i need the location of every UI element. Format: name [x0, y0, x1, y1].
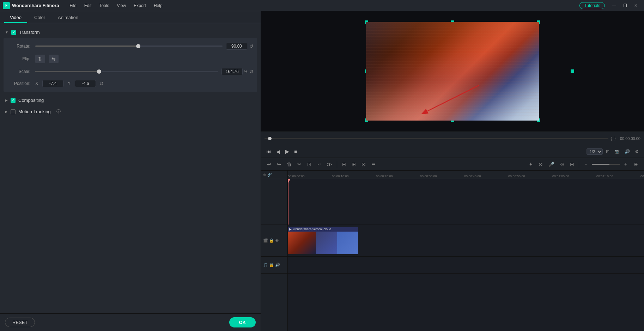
tab-color[interactable]: Color	[29, 13, 51, 23]
time-bracket-left: {	[610, 136, 612, 141]
timeline-area: ⊕ 🔗 00:00:00:00 00:00:10:00 00:00:20:00 …	[261, 171, 644, 331]
link-tracks-icon[interactable]: 🔗	[267, 173, 272, 177]
motion-tracking-arrow-icon: ▶	[5, 110, 8, 114]
ruler-mark-3: 00:00:30:00	[420, 174, 437, 178]
lock-icon[interactable]: 🔒	[269, 238, 274, 243]
motion-tracking-checkbox[interactable]	[11, 109, 16, 114]
scale-input[interactable]	[221, 68, 243, 75]
fit-screen-button[interactable]: ⊡	[604, 148, 611, 155]
audio-button[interactable]: 🔊	[623, 148, 632, 155]
pos-y-input[interactable]	[75, 80, 96, 87]
playhead[interactable]	[288, 179, 288, 225]
tutorials-button[interactable]: Tutorials	[579, 2, 605, 9]
zoom-minus[interactable]: －	[581, 160, 591, 169]
tracks-content: ▶ wondershare-vertical-cloud	[288, 179, 644, 331]
shield-button[interactable]: ⊙	[536, 160, 545, 168]
compositing-check-icon[interactable]: ✓	[11, 98, 16, 103]
bottom-buttons: RESET OK	[0, 313, 261, 331]
menu-edit[interactable]: Edit	[81, 2, 95, 10]
ruler-mark-8: 00:01:20:00	[640, 174, 644, 178]
win-minimize[interactable]: —	[608, 2, 620, 10]
undo-button[interactable]: ↩	[265, 160, 274, 168]
menu-file[interactable]: File	[66, 2, 80, 10]
redo-button[interactable]: ↪	[274, 160, 284, 168]
crop-button[interactable]: ⊡	[305, 160, 314, 168]
track-empty-area	[288, 179, 644, 225]
step-back-button[interactable]: ⏮	[265, 148, 273, 155]
tab-animation[interactable]: Animation	[52, 13, 84, 23]
zoom-plus[interactable]: ＋	[621, 160, 631, 169]
menu-help[interactable]: Help	[150, 2, 166, 10]
rotate-slider[interactable]	[35, 45, 223, 47]
zoom-level-slider[interactable]	[592, 164, 620, 165]
scale-reset-button[interactable]: ↺	[249, 69, 254, 74]
scrubber-thumb[interactable]	[268, 137, 272, 140]
audio-mute-icon[interactable]: 🔊	[275, 263, 280, 267]
tab-video[interactable]: Video	[4, 13, 27, 23]
effects-button[interactable]: ✦	[526, 160, 535, 168]
zoom-out-button[interactable]: ⊟	[339, 160, 348, 168]
transform-content: Rotate: ↺ Flip: ⇅ ⇆	[4, 38, 257, 92]
speed-button[interactable]: ≫	[324, 160, 335, 168]
video-clip[interactable]: ▶ wondershare-vertical-cloud	[288, 227, 358, 254]
mic-button[interactable]: 🎤	[546, 160, 557, 168]
play-prev-button[interactable]: ◀	[274, 148, 282, 155]
outer-handle-mr[interactable]	[571, 69, 574, 73]
track-label-spacer: ⊕ 🔗	[261, 171, 288, 179]
scale-slider[interactable]	[35, 71, 218, 72]
menu-view[interactable]: View	[113, 2, 129, 10]
track-label-empty	[261, 179, 287, 225]
rotate-toolbar-button[interactable]: ⤾	[315, 160, 324, 168]
cut-button[interactable]: ✂	[295, 160, 304, 168]
timeline-ruler-row: ⊕ 🔗 00:00:00:00 00:00:10:00 00:00:20:00 …	[261, 171, 644, 179]
transform-section-header[interactable]: ▼ ✓ Transform	[0, 27, 261, 38]
settings-button[interactable]: ⚙	[633, 148, 640, 155]
clip-thumb-3	[337, 232, 358, 254]
zoom-in-button[interactable]: ⊞	[349, 160, 358, 168]
compositing-arrow-icon: ▶	[5, 98, 8, 102]
menu-tools[interactable]: Tools	[96, 2, 113, 10]
track-label-audio: 🎵 🔒 🔊	[261, 257, 287, 274]
toolbar: ↩ ↪ 🗑 ✂ ⊡ ⤾ ≫ ⊟ ⊞ ⊠ ≣ ✦ ⊙ 🎤 ⊛ ⊟ －	[261, 158, 644, 171]
ruler-mark-1: 00:00:10:00	[332, 174, 349, 178]
audio-lock-icon[interactable]: 🔒	[269, 263, 274, 267]
rotate-input[interactable]	[226, 43, 247, 50]
delete-button[interactable]: 🗑	[284, 160, 294, 168]
logo-icon: F	[3, 2, 10, 9]
add-track-icon[interactable]: ⊕	[263, 173, 266, 177]
ruler-mark-4: 00:00:40:00	[464, 174, 481, 178]
fit-button[interactable]: ⊠	[359, 160, 368, 168]
transform-check-icon[interactable]: ✓	[11, 30, 16, 35]
compositing-title: Compositing	[18, 98, 44, 103]
captions-button[interactable]: ⊟	[567, 160, 577, 168]
audio-track-icons: 🎵 🔒 🔊	[263, 263, 280, 267]
flip-vertical-button[interactable]: ⇆	[49, 55, 59, 63]
win-maximize[interactable]: ❐	[620, 2, 631, 10]
motion-tracking-help-icon[interactable]: ⓘ	[56, 109, 61, 115]
flip-horizontal-button[interactable]: ⇅	[35, 55, 45, 63]
win-close[interactable]: ✕	[631, 2, 641, 10]
position-reset-button[interactable]: ↺	[99, 81, 104, 86]
playback-bar: { } 00:00:00:00	[261, 131, 644, 145]
pos-y-label: Y	[68, 81, 71, 86]
eye-icon[interactable]: 👁	[275, 239, 279, 243]
pos-x-input[interactable]	[42, 80, 63, 87]
right-panel: { } 00:00:00:00 ⏮ ◀ ▶ ■ 1/2 ⊡ 📷 🔊 ⚙ ↩ ↪ …	[261, 11, 644, 331]
time-display: 00:00:00:00	[620, 136, 640, 141]
add-track-button[interactable]: ⊕	[631, 160, 640, 168]
play-button[interactable]: ▶	[283, 147, 291, 155]
ok-button[interactable]: OK	[229, 317, 256, 327]
transform-title: Transform	[19, 30, 40, 35]
compositing-section-header[interactable]: ▶ ✓ Compositing	[0, 95, 261, 106]
motion-tracking-header[interactable]: ▶ Motion Tracking ⓘ	[0, 106, 261, 117]
stop-button[interactable]: ■	[292, 148, 299, 155]
quality-select[interactable]: 1/2	[587, 148, 603, 155]
reset-button[interactable]: RESET	[5, 318, 35, 327]
snapshot-button[interactable]: 📷	[613, 148, 621, 155]
overlay-button[interactable]: ⊛	[558, 160, 567, 168]
timeline-scrubber[interactable]	[265, 138, 608, 139]
menu-export[interactable]: Export	[130, 2, 150, 10]
ripple-button[interactable]: ≣	[369, 160, 378, 168]
rotate-reset-button[interactable]: ↺	[249, 43, 254, 49]
main-layout: Video Color Animation ▼ ✓ Transform Rota…	[0, 11, 644, 331]
